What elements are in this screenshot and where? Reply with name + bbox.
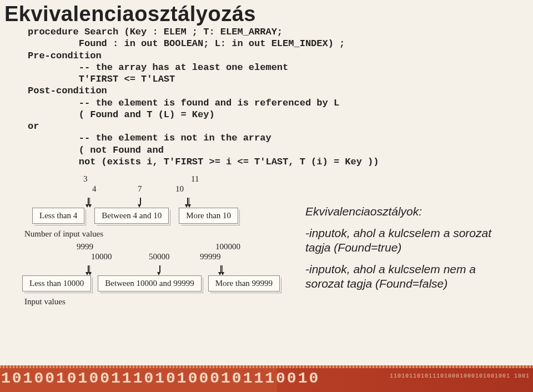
num-10000: 10000 bbox=[91, 252, 112, 262]
num-10: 10 bbox=[175, 184, 184, 194]
lower-section: 3 4 7 10 11 Less than 4 Between 4 and 10… bbox=[0, 168, 533, 310]
footer-bar: 10100101001110101000101110010 1101011010… bbox=[0, 365, 533, 392]
right-text: Ekvivalenciaosztályok: -inputok, ahol a … bbox=[305, 174, 516, 310]
num-11: 11 bbox=[191, 174, 199, 184]
arrow-icon bbox=[157, 265, 163, 275]
box-row-1: Less than 4 Between 4 and 10 More than 1… bbox=[32, 208, 305, 224]
box-more-than-99999: More than 99999 bbox=[208, 275, 280, 292]
box-row-2: Less than 10000 Between 10000 and 99999 … bbox=[22, 275, 305, 292]
box-less-than-10000: Less than 10000 bbox=[22, 275, 91, 292]
num-7: 7 bbox=[138, 184, 142, 194]
equiv-p1: -inputok, ahol a kulcselem a sorozat tag… bbox=[305, 226, 516, 255]
arrow-icon bbox=[86, 198, 91, 208]
num-50000: 50000 bbox=[149, 252, 170, 262]
box-less-than-4: Less than 4 bbox=[32, 208, 84, 224]
equiv-heading: Ekvivalenciaosztályok: bbox=[305, 205, 516, 218]
mid-arrow-row bbox=[54, 265, 305, 275]
num-3: 3 bbox=[83, 174, 88, 184]
page-title: Ekvivalenciaosztályozás bbox=[0, 0, 533, 26]
left-diagram: 3 4 7 10 11 Less than 4 Between 4 and 10… bbox=[22, 174, 305, 310]
num-4: 4 bbox=[92, 184, 97, 194]
equiv-p2: -inputok, ahol a kulcselem nem a sorozat… bbox=[305, 262, 516, 292]
num-99999: 99999 bbox=[200, 252, 221, 262]
arrow-icon bbox=[218, 265, 224, 275]
footer-binary-big: 10100101001110101000101110010 bbox=[1, 370, 320, 387]
code-block: procedure Search (Key : ELEM ; T: ELEM_A… bbox=[0, 26, 533, 168]
top-number-row: 3 4 7 10 11 bbox=[54, 174, 305, 198]
top-arrow-row bbox=[54, 198, 305, 208]
caption-1: Number of input values bbox=[24, 229, 305, 239]
num-9999: 9999 bbox=[77, 242, 93, 252]
arrow-icon bbox=[185, 198, 190, 208]
box-between-4-10: Between 4 and 10 bbox=[94, 208, 169, 224]
arrow-icon bbox=[86, 265, 91, 275]
footer-binary-small: 1101011010111010001000101001001 1001 bbox=[390, 373, 530, 379]
box-between-10000-99999: Between 10000 and 99999 bbox=[98, 275, 201, 292]
mid-number-row: 9999 10000 50000 99999 100000 bbox=[54, 242, 305, 265]
arrow-icon bbox=[138, 198, 143, 208]
num-100000: 100000 bbox=[215, 242, 240, 252]
box-more-than-10: More than 10 bbox=[179, 208, 238, 224]
caption-2: Input values bbox=[24, 297, 305, 306]
